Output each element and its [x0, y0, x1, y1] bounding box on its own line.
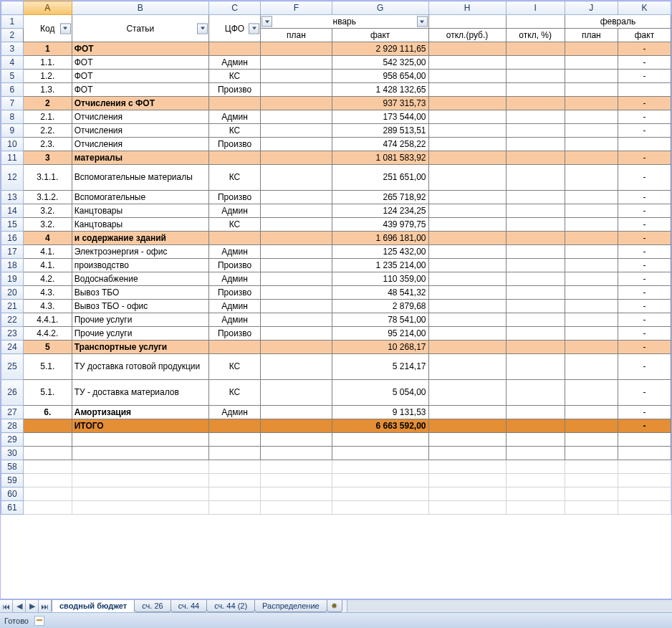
cell-A-19[interactable]: 4.2. — [23, 272, 72, 286]
cell-B-23[interactable]: Прочие услуги — [72, 327, 208, 341]
cell-K-27[interactable]: - — [618, 406, 671, 419]
cell-G-28[interactable]: 6 663 592,00 — [332, 419, 428, 433]
cell-I-8[interactable] — [506, 110, 565, 124]
cell-F-7[interactable] — [261, 97, 332, 110]
cell-plain-60-1[interactable] — [72, 487, 208, 501]
cell-C-14[interactable]: Админ — [209, 204, 261, 218]
cell-K-22[interactable]: - — [618, 313, 671, 327]
cell-H-6[interactable] — [428, 83, 506, 97]
cell-K-10[interactable] — [618, 138, 671, 151]
cell-I-27[interactable] — [506, 406, 565, 419]
cell-K-6[interactable] — [618, 83, 671, 97]
cell-I-15[interactable] — [506, 218, 565, 232]
cell-J-3[interactable] — [565, 42, 618, 56]
cell-I-18[interactable] — [506, 259, 565, 272]
cell-C-11[interactable] — [209, 151, 261, 165]
cell-K-8[interactable]: - — [618, 110, 671, 124]
cell-H-7[interactable] — [428, 97, 506, 110]
cell-plain-61-8[interactable] — [618, 501, 671, 515]
cell-B-20[interactable]: Вывоз ТБО — [72, 286, 208, 300]
row-header-8[interactable]: 8 — [1, 110, 24, 124]
cell-plain-59-3[interactable] — [261, 474, 332, 487]
cell-A-22[interactable]: 4.4.1. — [23, 313, 72, 327]
cell-G-25[interactable]: 5 214,17 — [332, 354, 428, 380]
cell-K-15[interactable]: - — [618, 218, 671, 232]
cell-I-28[interactable] — [506, 419, 565, 433]
cell-K-7[interactable]: - — [618, 97, 671, 110]
cell-plain-61-1[interactable] — [72, 501, 208, 515]
cell-B-13[interactable]: Вспомогательные — [72, 191, 208, 204]
cell-C-20[interactable]: Произво — [209, 286, 261, 300]
cell-C-26[interactable]: КС — [209, 380, 261, 406]
cell-K-4[interactable]: - — [618, 56, 671, 70]
cell-A-7[interactable]: 2 — [23, 97, 72, 110]
cell-H-10[interactable] — [428, 138, 506, 151]
column-header-G[interactable]: G — [332, 1, 428, 15]
cell-J-7[interactable] — [565, 97, 618, 110]
cell-J-25[interactable] — [565, 354, 618, 380]
cell-F-11[interactable] — [261, 151, 332, 165]
cell-empty-29-1[interactable] — [72, 433, 208, 447]
cell-F-15[interactable] — [261, 218, 332, 232]
cell-A-21[interactable]: 4.3. — [23, 300, 72, 313]
cell-G-11[interactable]: 1 081 583,92 — [332, 151, 428, 165]
cell-J-24[interactable] — [565, 341, 618, 354]
cell-H-23[interactable] — [428, 327, 506, 341]
cell-F-21[interactable] — [261, 300, 332, 313]
cell-C-28[interactable] — [209, 419, 261, 433]
cell-C-19[interactable]: Админ — [209, 272, 261, 286]
cell-I-10[interactable] — [506, 138, 565, 151]
header-cell-february[interactable]: февраль — [565, 15, 671, 29]
row-header-14[interactable]: 14 — [1, 204, 24, 218]
cell-plain-60-3[interactable] — [261, 487, 332, 501]
cell-empty-30-5[interactable] — [428, 447, 506, 460]
header-cell-cfo[interactable]: ЦФО — [209, 15, 261, 42]
cell-B-18[interactable]: производство — [72, 259, 208, 272]
cell-empty-29-2[interactable] — [209, 433, 261, 447]
cell-plain-59-8[interactable] — [618, 474, 671, 487]
cell-K-9[interactable]: - — [618, 124, 671, 138]
cell-I-20[interactable] — [506, 286, 565, 300]
cell-I-16[interactable] — [506, 232, 565, 245]
cell-B-25[interactable]: ТУ доставка готовой продукции — [72, 354, 208, 380]
filter-button[interactable] — [249, 23, 259, 34]
header-cell-H[interactable]: откл.(руб.) — [428, 29, 506, 42]
cell-plain-60-4[interactable] — [332, 487, 428, 501]
sheet-nav-button-2[interactable]: ▶ — [26, 600, 39, 612]
row-header-17[interactable]: 17 — [1, 245, 24, 259]
insert-sheet-button[interactable]: ✸ — [327, 600, 342, 612]
cell-H-3[interactable] — [428, 42, 506, 56]
cell-B-15[interactable]: Канцтовары — [72, 218, 208, 232]
row-header-5[interactable]: 5 — [1, 70, 24, 83]
row-header-18[interactable]: 18 — [1, 259, 24, 272]
cell-K-20[interactable]: - — [618, 286, 671, 300]
header-cell-i[interactable] — [506, 15, 565, 29]
cell-A-14[interactable]: 3.2. — [23, 204, 72, 218]
cell-C-9[interactable]: КС — [209, 124, 261, 138]
cell-plain-58-2[interactable] — [209, 460, 261, 474]
cell-empty-29-6[interactable] — [506, 433, 565, 447]
cell-K-21[interactable]: - — [618, 300, 671, 313]
cell-plain-60-6[interactable] — [506, 487, 565, 501]
cell-J-13[interactable] — [565, 191, 618, 204]
cell-B-12[interactable]: Вспомогательные материалы — [72, 165, 208, 191]
cell-plain-59-5[interactable] — [428, 474, 506, 487]
cell-F-8[interactable] — [261, 110, 332, 124]
cell-K-24[interactable]: - — [618, 341, 671, 354]
cell-G-8[interactable]: 173 544,00 — [332, 110, 428, 124]
cell-empty-30-0[interactable] — [23, 447, 72, 460]
cell-K-16[interactable]: - — [618, 232, 671, 245]
cell-empty-29-0[interactable] — [23, 433, 72, 447]
row-header-22[interactable]: 22 — [1, 313, 24, 327]
cell-A-11[interactable]: 3 — [23, 151, 72, 165]
cell-C-8[interactable]: Админ — [209, 110, 261, 124]
cell-C-16[interactable] — [209, 232, 261, 245]
cell-H-27[interactable] — [428, 406, 506, 419]
select-all-corner[interactable] — [1, 1, 24, 15]
cell-plain-59-4[interactable] — [332, 474, 428, 487]
cell-C-21[interactable]: Админ — [209, 300, 261, 313]
cell-H-5[interactable] — [428, 70, 506, 83]
column-header-I[interactable]: I — [506, 1, 565, 15]
cell-G-17[interactable]: 125 432,00 — [332, 245, 428, 259]
cell-C-10[interactable]: Произво — [209, 138, 261, 151]
